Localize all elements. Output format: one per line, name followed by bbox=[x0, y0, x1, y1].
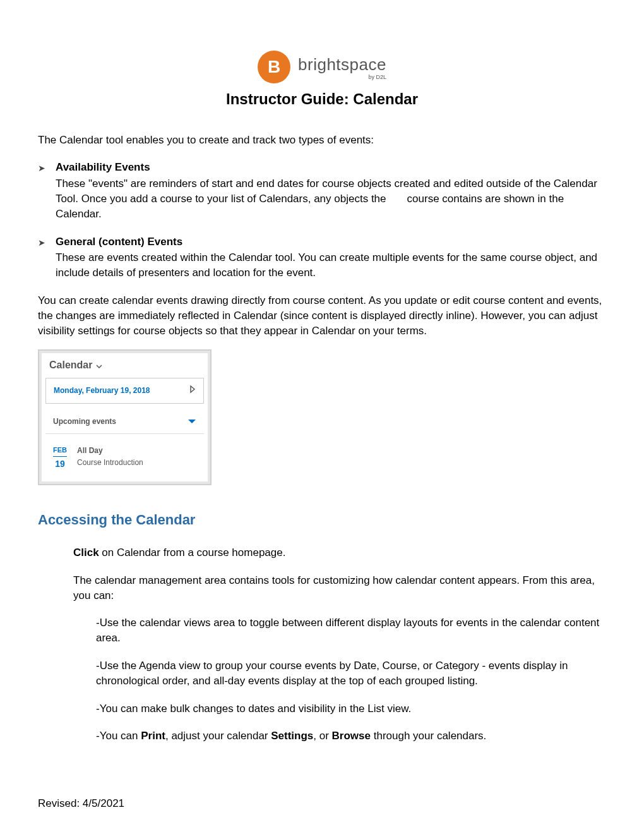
t: through your calendars. bbox=[371, 730, 486, 742]
click-instruction: Click on Calendar from a course homepage… bbox=[73, 545, 606, 560]
browse-bold: Browse bbox=[332, 730, 371, 742]
click-bold: Click bbox=[73, 547, 99, 559]
bullet-title: General (content) Events bbox=[56, 234, 606, 250]
logo-text: brightspace by D2L bbox=[298, 53, 386, 82]
feature-item: -You can make bulk changes to dates and … bbox=[96, 701, 606, 716]
upcoming-events-header[interactable]: Upcoming events bbox=[45, 410, 204, 434]
collapse-icon bbox=[188, 416, 196, 427]
upcoming-label: Upcoming events bbox=[53, 416, 116, 427]
bullet-availability: ➤ Availability Events These "events" are… bbox=[38, 160, 606, 221]
mgmt-intro: The calendar management area contains to… bbox=[73, 573, 606, 603]
chevron-down-icon bbox=[96, 358, 102, 372]
t: -You can bbox=[96, 730, 141, 742]
bullet-general: ➤ General (content) Events These are eve… bbox=[38, 234, 606, 281]
widget-date-row: Monday, February 19, 2018 bbox=[45, 378, 204, 404]
t: , or bbox=[313, 730, 331, 742]
calendar-widget: Calendar Monday, February 19, 2018 Upcom… bbox=[38, 349, 212, 485]
arrow-icon: ➤ bbox=[38, 234, 56, 281]
event-time: All Day bbox=[77, 445, 143, 456]
brightspace-logo: B brightspace by D2L bbox=[258, 51, 386, 83]
logo-brand: brightspace bbox=[298, 53, 386, 76]
bullet-body: These are events created within the Cale… bbox=[56, 250, 606, 281]
logo-byline: by D2L bbox=[368, 73, 386, 82]
bullet-content: Availability Events These "events" are r… bbox=[56, 160, 606, 221]
event-body: All Day Course Introduction bbox=[77, 445, 143, 470]
event-item[interactable]: FEB 19 All Day Course Introduction bbox=[42, 434, 208, 481]
logo-block: B brightspace by D2L bbox=[38, 51, 606, 83]
feature-list: -Use the calendar views area to toggle b… bbox=[73, 615, 606, 744]
event-month: FEB bbox=[53, 445, 67, 456]
click-rest: on Calendar from a course homepage. bbox=[99, 547, 286, 559]
arrow-icon: ➤ bbox=[38, 160, 56, 221]
feature-item-print: -You can Print, adjust your calendar Set… bbox=[96, 728, 606, 744]
widget-header[interactable]: Calendar bbox=[42, 353, 208, 377]
paragraph: You can create calendar events drawing d… bbox=[38, 293, 606, 338]
revised-footer: Revised: 4/5/2021 bbox=[38, 796, 124, 811]
t: , adjust your calendar bbox=[165, 730, 271, 742]
feature-item: -Use the calendar views area to toggle b… bbox=[96, 615, 606, 646]
widget-header-label: Calendar bbox=[49, 358, 92, 372]
intro-text: The Calendar tool enables you to create … bbox=[38, 133, 606, 148]
print-bold: Print bbox=[141, 730, 165, 742]
bullet-content: General (content) Events These are event… bbox=[56, 234, 606, 281]
bullet-body: These "events" are reminders of start an… bbox=[56, 176, 606, 221]
page-title: Instructor Guide: Calendar bbox=[38, 88, 606, 110]
settings-bold: Settings bbox=[271, 730, 313, 742]
access-block: Click on Calendar from a course homepage… bbox=[38, 545, 606, 744]
feature-item: -Use the Agenda view to group your cours… bbox=[96, 658, 606, 689]
widget-date: Monday, February 19, 2018 bbox=[54, 385, 150, 396]
logo-b-icon: B bbox=[258, 51, 290, 83]
event-day: 19 bbox=[53, 457, 67, 471]
event-date: FEB 19 bbox=[53, 445, 67, 470]
next-arrow-icon[interactable] bbox=[189, 385, 196, 397]
bullet-title: Availability Events bbox=[56, 160, 606, 175]
event-title: Course Introduction bbox=[77, 457, 143, 468]
section-heading: Accessing the Calendar bbox=[38, 511, 606, 530]
